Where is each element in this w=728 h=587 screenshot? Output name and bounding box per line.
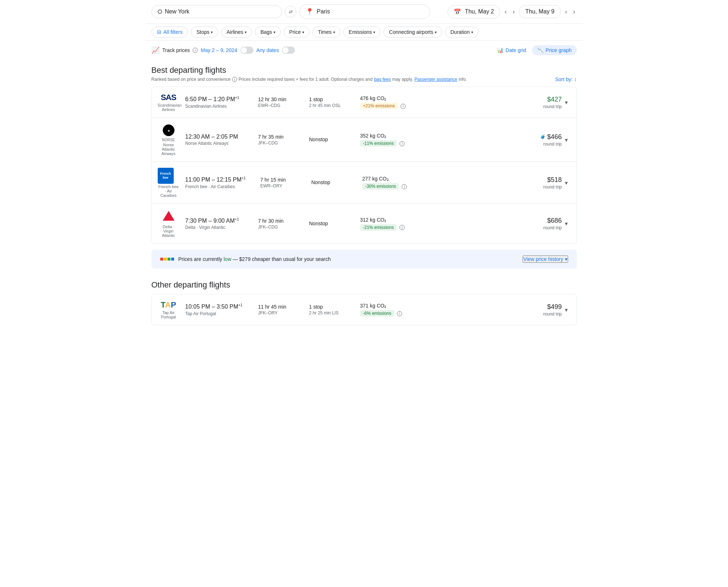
depart-next-button[interactable]: › [511,7,516,17]
passenger-assistance-link[interactable]: Passenger assistance [414,77,457,82]
emissions-info-icon[interactable]: i [402,184,407,189]
flight-time-range: 6:50 PM – 1:20 PM+1 [185,96,244,103]
return-next-button[interactable]: › [572,7,577,17]
bags-chevron-icon: ▾ [274,30,275,34]
bag-fees-link[interactable]: bag fees [374,77,391,82]
flight-time-range: 10:05 PM – 3:50 PM+1 [185,303,244,310]
price-filter-button[interactable]: Price ▾ [284,27,310,37]
airline-name: Norse Atlantic Airways [158,143,180,156]
flight-row[interactable]: SAS Scandinavian Airlines 6:50 PM – 1:20… [152,87,577,118]
track-prices-right: 📊 Date grid 📉 Price graph [497,45,577,55]
emissions-chevron-icon: ▾ [373,30,375,34]
sort-by[interactable]: Sort by: ↕ [555,76,577,82]
expand-flight-button[interactable]: ▾ [562,135,571,145]
flight-time-range: 7:30 PM – 9:00 AM+1 [185,217,244,224]
flight-price: $499 round trip [526,303,562,317]
flight-row[interactable]: Delta · Virgin Atlantic 7:30 PM – 9:00 A… [152,204,577,243]
emissions-info-icon[interactable]: i [401,104,406,109]
airlines-label: Airlines [227,29,243,35]
svg-text:𝖓: 𝖓 [167,129,170,132]
flight-price: $427 round trip [526,96,562,109]
price-bar-after: — $279 cheaper than usual for your searc… [233,256,331,262]
route-value: EWR–ORY [260,183,297,189]
subtitle-may-apply: may apply. [392,77,413,82]
return-prev-button[interactable]: ‹ [564,7,569,17]
track-prices-info-icon[interactable]: i [193,48,198,53]
track-prices-date: May 2 – 9, 2024 [201,47,237,53]
depart-date-group[interactable]: 📅 Thu, May 2 [448,5,500,19]
track-prices-toggle[interactable] [240,47,253,54]
co2-value: 371 kg CO₂ [360,303,404,309]
connecting-airports-label: Connecting airports [389,29,433,35]
date-grid-button[interactable]: 📊 Date grid [497,47,526,53]
flight-emissions: 352 kg CO₂ -11% emissions i [360,133,405,147]
expand-flight-button[interactable]: ▾ [562,305,571,315]
connecting-airports-filter-button[interactable]: Connecting airports ▾ [383,27,442,37]
route-value: JFK–CDG [258,140,295,146]
best-departing-subtitle: Ranked based on price and convenience i … [151,76,577,82]
return-date-group[interactable]: Thu, May 9 [519,5,560,18]
stop-detail-value: 2 hr 45 min OSL [309,103,346,108]
expand-flight-button[interactable]: ▾ [562,178,571,188]
duration-value: 7 hr 15 min [260,177,297,183]
connecting-airports-chevron-icon: ▾ [435,30,437,34]
stops-filter-button[interactable]: Stops ▾ [191,27,218,37]
flight-stops: 1 stop 2 hr 45 min OSL [309,96,346,108]
price-graph-button[interactable]: 📉 Price graph [532,45,577,55]
airline-logo-container: Delta · Virgin Atlantic [158,210,180,238]
all-filters-button[interactable]: ⊟ All filters [151,27,188,37]
track-prices-slider [240,47,253,54]
emissions-filter-button[interactable]: Emissions ▾ [343,27,381,37]
flight-duration: 11 hr 45 min JFK–ORY [258,304,295,316]
emissions-info-icon[interactable]: i [397,311,402,316]
airline-logo-container: 𝖓 NORSE Norse Atlantic Airways [158,124,180,156]
co2-value: 352 kg CO₂ [360,133,405,139]
track-prices-label: Track prices [162,47,190,53]
subtitle-info-icon[interactable]: i [232,77,237,82]
flight-row[interactable]: TAP Tap Air Portugal 10:05 PM – 3:50 PM+… [152,294,577,325]
duration-filter-button[interactable]: Duration ▾ [445,27,479,37]
times-filter-button[interactable]: Times ▾ [312,27,341,37]
any-dates-toggle[interactable] [282,47,295,54]
flight-duration: 7 hr 30 min JFK–CDG [258,218,295,230]
flight-row[interactable]: Frenchbee French bee · Air Caraïbes 11:0… [152,162,577,204]
flight-emissions: 277 kg CO₂ -30% emissions i [362,176,407,190]
flight-times: 6:50 PM – 1:20 PM+1 Scandinavian Airline… [185,96,244,108]
flight-stops: Nonstop [309,221,346,227]
view-price-history-button[interactable]: View price history ▾ [523,255,568,263]
destination-pin-icon: 📍 [306,8,314,16]
flight-times: 12:30 AM – 2:05 PM Norse Atlantic Airway… [185,134,244,146]
route-value: EWR–CDG [258,103,295,108]
swap-button[interactable]: ⇄ [285,6,296,17]
expand-flight-button[interactable]: ▾ [562,98,571,107]
flight-row[interactable]: 𝖓 NORSE Norse Atlantic Airways 12:30 AM … [152,118,577,162]
origin-input[interactable] [165,8,276,15]
emissions-info-icon[interactable]: i [400,225,405,230]
co2-value: 277 kg CO₂ [362,176,407,182]
sort-icon: ↕ [574,76,577,82]
stops-value: Nonstop [309,136,346,142]
swap-icon: ⇄ [289,9,293,15]
price-graph-label: Price graph [546,47,572,53]
emissions-label: Emissions [349,29,372,35]
flight-time-range: 11:00 PM – 12:15 PM+1 [185,176,246,183]
filters-bar: ⊟ All filters Stops ▾ Airlines ▾ Bags ▾ … [146,24,583,41]
origin-dot-icon [158,9,162,14]
expand-flight-button[interactable]: ▾ [562,219,571,229]
stops-value: 1 stop [309,96,346,102]
destination-input[interactable] [316,8,424,15]
price-chevron-icon: ▾ [302,30,304,34]
view-history-chevron-icon: ▾ [565,256,567,262]
airlines-filter-button[interactable]: Airlines ▾ [221,27,252,37]
times-chevron-icon: ▾ [333,30,335,34]
price-label: Price [289,29,301,35]
flight-times: 7:30 PM – 9:00 AM+1 Delta · Virgin Atlan… [185,217,244,230]
depart-prev-button[interactable]: ‹ [503,7,508,17]
emissions-info-icon[interactable]: i [400,141,405,146]
bags-filter-button[interactable]: Bags ▾ [255,27,281,37]
airline-name: French bee · Air Caraïbes [158,185,180,198]
flight-duration: 12 hr 30 min EWR–CDG [258,96,295,108]
flight-emissions: 312 kg CO₂ -21% emissions i [360,217,405,231]
calendar-icon: 📅 [454,8,461,15]
svg-marker-2 [162,211,174,221]
